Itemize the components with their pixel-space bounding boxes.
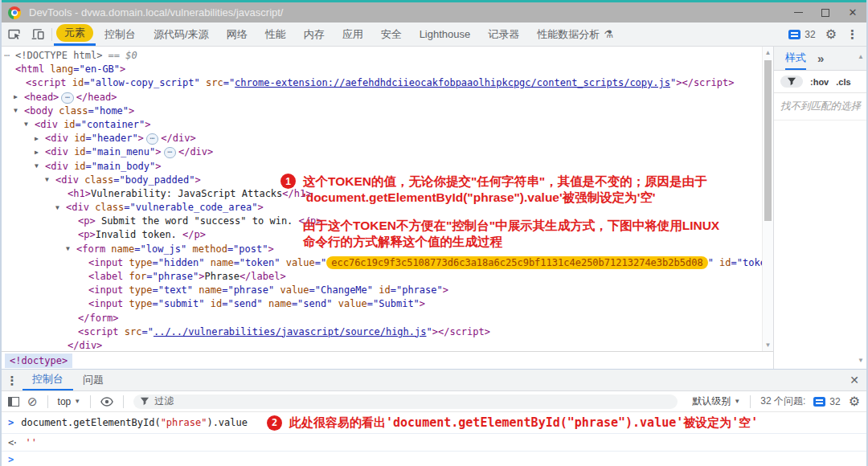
- settings-gear-icon[interactable]: ⚙: [825, 28, 837, 41]
- console-result-row[interactable]: <· '': [2, 434, 866, 452]
- scroll-down-icon[interactable]: ▼: [763, 341, 773, 349]
- device-toolbar-icon[interactable]: [26, 22, 50, 46]
- console-filter-input[interactable]: 过滤: [133, 394, 678, 409]
- elements-scrollbar[interactable]: ▲ ▼: [762, 47, 773, 351]
- token-tag: <input: [88, 284, 129, 296]
- tab-label: 应用: [342, 27, 363, 42]
- tree-row[interactable]: <script src="../../vulnerabilities/javas…: [2, 326, 762, 340]
- expander-icon[interactable]: ▼: [66, 245, 76, 252]
- drawer-menu-icon[interactable]: ⋮: [2, 370, 23, 390]
- tree-row[interactable]: <html lang="en-GB">: [2, 63, 762, 77]
- close-button[interactable]: ✕: [839, 2, 866, 22]
- expander-icon[interactable]: ▼: [14, 107, 24, 114]
- tree-row[interactable]: ▼<div id="main_body">: [2, 161, 762, 174]
- token-val: ="phrase": [146, 271, 199, 282]
- tab-元素[interactable]: 元素: [54, 22, 96, 46]
- tree-row[interactable]: </form>: [2, 313, 762, 326]
- token-tag: <script: [78, 326, 125, 337]
- console-messages-badge[interactable]: 32: [788, 29, 815, 40]
- styles-scroll-down-icon[interactable]: ▼: [858, 357, 864, 364]
- tab-label: 源代码/来源: [154, 27, 209, 42]
- tab-记录器[interactable]: 记录器: [479, 22, 528, 46]
- breadcrumb-doctype[interactable]: <!doctype>: [5, 354, 72, 368]
- expander-icon[interactable]: ▼: [35, 162, 45, 170]
- token-attr: type: [129, 298, 153, 309]
- tab-安全[interactable]: 安全: [372, 22, 411, 46]
- tab-label: 性能数据分析: [537, 27, 600, 42]
- tree-row[interactable]: ▼<body class="home">: [2, 105, 762, 119]
- expander-icon[interactable]: ▼: [24, 121, 35, 128]
- token-attr: id: [719, 257, 731, 268]
- tab-源代码/来源[interactable]: 源代码/来源: [145, 22, 218, 46]
- drawer-close-icon[interactable]: ✕: [842, 370, 866, 390]
- styles-filter-input[interactable]: [780, 76, 803, 88]
- tab-styles[interactable]: 样式: [785, 47, 806, 70]
- drawer-tab-issues[interactable]: 问题: [73, 370, 113, 390]
- more-options-icon[interactable]: ⋮: [846, 28, 858, 40]
- tree-row[interactable]: ▶<div id="main_menu">⋯</div>: [2, 146, 762, 160]
- console-settings-gear-icon[interactable]: ⚙: [849, 395, 860, 408]
- clear-console-icon[interactable]: ⊘: [27, 395, 38, 407]
- tab-内存[interactable]: 内存: [295, 22, 334, 46]
- token-dots: ⋯: [4, 50, 9, 61]
- tree-row[interactable]: <input type="submit" id="send" name="sen…: [2, 298, 762, 312]
- expander-icon[interactable]: ▼: [55, 204, 66, 211]
- token-val: ="main_body": [86, 161, 156, 172]
- token-tag: </head>: [76, 92, 117, 103]
- tree-row[interactable]: ▶<div id="header">⋯</div>: [2, 133, 762, 146]
- tab-网络[interactable]: 网络: [218, 22, 256, 46]
- expander-icon[interactable]: ▶: [35, 135, 45, 142]
- console-echo-code: document.getElementById("phrase").value: [21, 417, 248, 428]
- eye-icon[interactable]: [100, 397, 113, 407]
- issues-label: 32 个问题:: [760, 394, 805, 408]
- tab-性能数据分析[interactable]: 性能数据分析⚗: [528, 22, 622, 46]
- console-sidebar-icon[interactable]: [8, 397, 19, 407]
- tree-row[interactable]: <label for="phrase">Phrase</label>: [2, 271, 762, 284]
- tab-性能[interactable]: 性能: [256, 22, 295, 46]
- token-attr: method: [193, 243, 227, 255]
- token-val: ="post": [227, 243, 268, 255]
- tree-row[interactable]: <input type="hidden" name="token" value=…: [2, 257, 762, 271]
- flask-icon: ⚗: [604, 28, 613, 40]
- tree-row[interactable]: ▼<div id="container">: [2, 119, 762, 133]
- expander-icon[interactable]: ▶: [14, 93, 24, 100]
- token-tag: </p>: [182, 229, 206, 240]
- scroll-thumb[interactable]: [764, 60, 772, 221]
- expander-icon[interactable]: ▼: [45, 176, 55, 183]
- more-panels-icon[interactable]: »: [817, 51, 824, 65]
- token-val: ="text": [152, 284, 199, 296]
- styles-scroll-up-icon[interactable]: ▲: [858, 53, 864, 60]
- token-val: ="body_padded": [113, 174, 194, 186]
- expander-icon[interactable]: ▶: [35, 149, 45, 156]
- tree-row[interactable]: ▶<head>⋯</head>: [2, 92, 762, 105]
- tab-label: 控制台: [104, 27, 136, 42]
- scroll-up-icon[interactable]: ▲: [763, 49, 773, 56]
- toggle-classes[interactable]: .cls: [836, 77, 850, 87]
- tab-label: 安全: [381, 27, 402, 42]
- issues-badge[interactable]: 32: [813, 396, 840, 407]
- drawer-tab-console[interactable]: 控制台: [23, 370, 73, 390]
- tab-Lighthouse[interactable]: Lighthouse: [411, 22, 480, 46]
- token-val: =": [315, 257, 326, 268]
- console-prompt-row[interactable]: >: [2, 452, 866, 466]
- context-selector[interactable]: top ▼: [58, 396, 81, 407]
- token-val: ="send": [292, 298, 338, 309]
- minimize-button[interactable]: [784, 2, 812, 22]
- token-tag: <label: [88, 271, 129, 282]
- tab-应用[interactable]: 应用: [334, 22, 372, 46]
- tree-row[interactable]: <input type="text" name="phrase" value="…: [2, 284, 762, 298]
- maximize-button[interactable]: [812, 2, 839, 22]
- token-val: ="Submit": [367, 298, 420, 309]
- token-attr: name: [199, 284, 222, 296]
- tab-控制台[interactable]: 控制台: [96, 22, 145, 46]
- tree-row[interactable]: ⋯<!DOCTYPE html> == $0: [2, 50, 762, 63]
- tree-row[interactable]: <script id="allow-copy_script" src="chro…: [2, 77, 762, 91]
- tree-row[interactable]: </div>: [2, 340, 762, 351]
- log-level-selector[interactable]: 默认级别 ▼: [692, 394, 740, 408]
- token-attr: id: [74, 133, 85, 144]
- token-tag: >: [199, 271, 204, 282]
- console-echo-row[interactable]: > document.getElementById("phrase").valu…: [2, 412, 866, 434]
- drawer-tab-bar: ⋮ 控制台 问题 ✕: [2, 369, 866, 391]
- toggle-hover-state[interactable]: :hov: [810, 77, 829, 87]
- inspect-element-icon[interactable]: [2, 22, 26, 46]
